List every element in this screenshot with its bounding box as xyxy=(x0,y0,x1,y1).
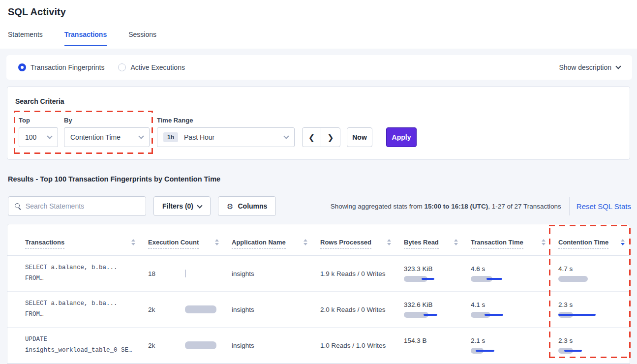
top-select[interactable]: 100 xyxy=(19,127,58,147)
filters-label: Filters (0) xyxy=(162,202,193,210)
table-row[interactable]: UPDATEinsights_workload_table_0 SE… 2k i… xyxy=(7,328,630,364)
results-heading: Results - Top 100 Transaction Fingerprin… xyxy=(8,175,220,183)
sort-icon[interactable] xyxy=(131,239,135,245)
search-icon xyxy=(14,203,21,210)
sort-icon[interactable] xyxy=(215,239,219,245)
filters-button[interactable]: Filters (0) xyxy=(153,196,211,216)
rows-processed-cell: 1.0 Reads / 1.0 Writes xyxy=(320,342,404,349)
table-header-row: Transactions Execution Count Application… xyxy=(7,224,630,256)
search-criteria-title: Search Criteria xyxy=(15,97,64,105)
bytes-read-cell: 332.6 KiB xyxy=(404,301,471,318)
radio-label: Transaction Fingerprints xyxy=(30,63,104,71)
col-header-rows-processed[interactable]: Rows Processed xyxy=(320,239,404,255)
radio-active-executions[interactable]: Active Executions xyxy=(118,63,185,71)
col-header-transaction-time[interactable]: Transaction Time xyxy=(471,239,558,255)
time-prev-button[interactable]: ❮ xyxy=(303,128,321,147)
view-toggle-card: Transaction Fingerprints Active Executio… xyxy=(6,55,632,80)
contention-time-bar xyxy=(558,348,617,354)
radio-selected-icon xyxy=(18,63,26,71)
sort-icon[interactable] xyxy=(303,239,307,245)
sort-icon-active-desc[interactable] xyxy=(621,239,625,245)
tab-transactions[interactable]: Transactions xyxy=(64,30,107,46)
by-select[interactable]: Contention Time xyxy=(64,127,150,147)
top-label: Top xyxy=(19,117,30,124)
chevron-down-icon xyxy=(197,203,202,208)
columns-button[interactable]: ⚙ Columns xyxy=(218,196,276,216)
col-header-bytes-read[interactable]: Bytes Read xyxy=(404,239,471,255)
transactions-table: Transactions Execution Count Application… xyxy=(7,224,630,364)
transaction-fingerprint-link[interactable]: SELECT a.balance, b.ba...FROM… xyxy=(25,299,148,320)
transaction-fingerprint-link[interactable]: SELECT a.balance, b.ba...FROM… xyxy=(25,263,148,284)
table-row[interactable]: SELECT a.balance, b.ba...FROM… 2k insigh… xyxy=(7,292,630,328)
stats-time-range: 15:00 to 16:18 (UTC) xyxy=(424,203,488,210)
now-button[interactable]: Now xyxy=(347,127,372,147)
time-range-badge: 1h xyxy=(163,132,178,142)
reset-sql-stats-link[interactable]: Reset SQL Stats xyxy=(576,202,631,211)
execution-count-bar xyxy=(185,270,186,277)
chevron-down-icon xyxy=(283,133,289,139)
apply-button[interactable]: Apply xyxy=(386,127,417,147)
time-range-label: Time Range xyxy=(157,117,193,124)
bytes-read-bar xyxy=(404,312,463,318)
transaction-time-cell: 4.1 s xyxy=(471,301,558,318)
radio-label: Active Executions xyxy=(130,63,185,71)
time-range-select[interactable]: 1h Past Hour xyxy=(157,127,295,147)
time-range-value: Past Hour xyxy=(184,133,214,141)
col-header-execution-count[interactable]: Execution Count xyxy=(148,239,232,255)
tab-sessions[interactable]: Sessions xyxy=(128,30,156,46)
bytes-read-cell: 323.3 KiB xyxy=(404,265,471,282)
application-name-cell: insights xyxy=(232,270,320,277)
transaction-fingerprint-link[interactable]: UPDATEinsights_workload_table_0 SE… xyxy=(25,334,148,356)
transaction-time-bar xyxy=(471,348,530,354)
by-label: By xyxy=(64,117,72,124)
view-radio-group: Transaction Fingerprints Active Executio… xyxy=(18,63,185,71)
execution-count-cell: 2k xyxy=(148,305,232,313)
show-description-toggle[interactable]: Show description xyxy=(559,63,620,71)
time-next-button[interactable]: ❯ xyxy=(321,128,340,147)
search-statements-box[interactable] xyxy=(8,196,146,216)
time-nav-buttons: ❮ ❯ xyxy=(302,127,340,147)
contention-time-cell: 2.3 s xyxy=(558,337,630,354)
columns-label: Columns xyxy=(238,202,267,210)
col-header-application-name[interactable]: Application Name xyxy=(232,239,320,255)
transaction-time-cell: 2.1 s xyxy=(471,337,558,354)
search-statements-input[interactable] xyxy=(26,202,140,210)
contention-time-cell: 2.3 s xyxy=(558,301,630,318)
by-select-value: Contention Time xyxy=(70,133,121,141)
contention-time-cell: 4.7 s xyxy=(558,265,630,282)
radio-transaction-fingerprints[interactable]: Transaction Fingerprints xyxy=(18,63,104,71)
col-header-transactions[interactable]: Transactions xyxy=(25,239,148,255)
chevron-down-icon xyxy=(615,63,621,69)
application-name-cell: insights xyxy=(232,342,320,349)
tab-statements[interactable]: Statements xyxy=(8,30,43,46)
tab-bar: Statements Transactions Sessions xyxy=(8,30,156,46)
page-header: SQL Activity Statements Transactions Ses… xyxy=(0,0,637,49)
transaction-time-cell: 4.6 s xyxy=(471,265,558,282)
search-criteria-panel: Search Criteria Top 100 By Contention Ti… xyxy=(7,86,630,160)
gear-icon: ⚙ xyxy=(227,203,233,210)
sort-icon[interactable] xyxy=(542,239,546,245)
application-name-cell: insights xyxy=(232,306,320,313)
chevron-down-icon xyxy=(138,133,144,139)
transaction-time-bar xyxy=(471,312,530,318)
toolbar-divider xyxy=(569,197,570,215)
top-select-value: 100 xyxy=(25,133,36,141)
radio-unselected-icon xyxy=(118,63,126,71)
show-description-label: Show description xyxy=(559,63,611,71)
sort-icon[interactable] xyxy=(387,239,391,245)
page-title: SQL Activity xyxy=(8,6,66,18)
results-toolbar: Filters (0) ⚙ Columns Showing aggregated… xyxy=(8,196,631,216)
execution-count-cell: 18 xyxy=(148,270,232,277)
table-row[interactable]: SELECT a.balance, b.ba...FROM… 18 insigh… xyxy=(7,256,630,292)
transaction-time-bar xyxy=(471,276,530,282)
col-header-contention-time[interactable]: Contention Time xyxy=(558,239,630,255)
execution-count-bar xyxy=(185,341,216,349)
contention-time-bar xyxy=(558,276,617,282)
execution-count-bar xyxy=(185,305,216,313)
rows-processed-cell: 1.9 k Reads / 0 Writes xyxy=(320,270,404,277)
chevron-down-icon xyxy=(47,133,52,139)
rows-processed-cell: 2.0 k Reads / 0 Writes xyxy=(320,306,404,313)
sort-icon[interactable] xyxy=(454,239,458,245)
execution-count-cell: 2k xyxy=(148,341,232,349)
contention-time-bar xyxy=(558,312,617,318)
